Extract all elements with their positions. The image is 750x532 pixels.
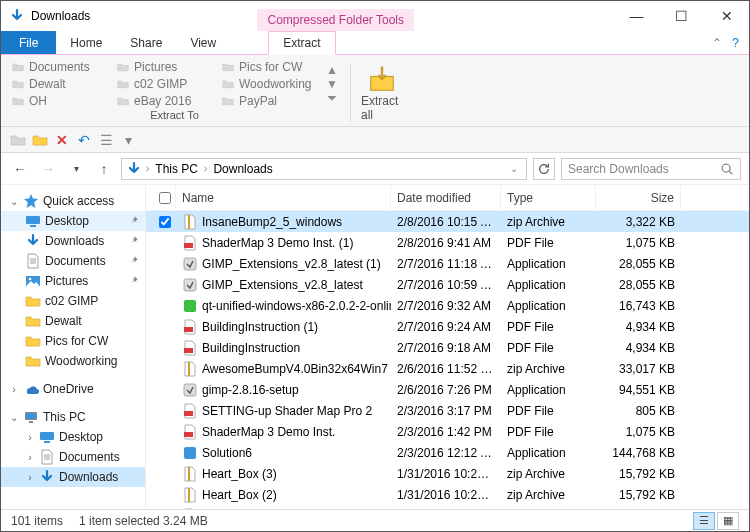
chevron-right-icon[interactable]: › xyxy=(204,163,207,174)
file-row[interactable]: BuildingInstruction (1)2/7/2016 9:24 AMP… xyxy=(146,316,749,337)
extract-all-button[interactable]: Extract all xyxy=(361,59,403,126)
col-checkbox[interactable] xyxy=(154,185,176,210)
search-icon xyxy=(720,162,734,176)
search-placeholder: Search Downloads xyxy=(568,162,669,176)
folder-icon xyxy=(25,313,41,329)
chevron-down-icon[interactable]: ⌄ xyxy=(9,196,19,207)
file-row[interactable]: ShaderMap 3 Demo Inst. (1)2/8/2016 9:41 … xyxy=(146,232,749,253)
folder-icon xyxy=(25,213,41,229)
file-row[interactable]: InsaneBump2_5_windows2/8/2016 10:15 AMzi… xyxy=(146,211,749,232)
file-icon xyxy=(182,214,198,230)
chevron-right-icon[interactable]: › xyxy=(25,472,35,483)
file-icon xyxy=(182,403,198,419)
chevron-right-icon[interactable]: › xyxy=(9,384,19,395)
status-bar: 101 items 1 item selected 3.24 MB ☰ ▦ xyxy=(1,509,749,531)
extract-destination[interactable]: Woodworking xyxy=(219,76,324,92)
sidebar-item[interactable]: Dewalt xyxy=(1,311,145,331)
file-row[interactable]: qt-unified-windows-x86-2.0.2-2-online2/7… xyxy=(146,295,749,316)
qat-undo-icon[interactable]: ↶ xyxy=(75,131,93,149)
nav-history-icon[interactable]: ▾ xyxy=(65,158,87,180)
pin-icon xyxy=(129,215,139,227)
file-row[interactable]: ShaderMap 3 Demo Inst.2/3/2016 1:42 PMPD… xyxy=(146,421,749,442)
sidebar-item[interactable]: Desktop xyxy=(1,211,145,231)
chevron-right-icon[interactable]: › xyxy=(25,452,35,463)
file-row[interactable]: Solution62/3/2016 12:12 AMApplication144… xyxy=(146,442,749,463)
tab-extract[interactable]: Extract xyxy=(268,31,335,55)
file-row[interactable]: Heart_Box (3)1/31/2016 10:27 PMzip Archi… xyxy=(146,463,749,484)
search-input[interactable]: Search Downloads xyxy=(561,158,741,180)
sidebar-item[interactable]: Documents xyxy=(1,251,145,271)
tab-view[interactable]: View xyxy=(176,31,230,54)
extract-destination[interactable]: eBay 2016 xyxy=(114,93,219,109)
file-row[interactable]: Heart_Box (2)1/31/2016 10:27 PMzip Archi… xyxy=(146,484,749,505)
view-details-button[interactable]: ☰ xyxy=(693,512,715,530)
chevron-right-icon[interactable]: › xyxy=(25,432,35,443)
chevron-down-icon[interactable]: ⌄ xyxy=(9,412,19,423)
address-dropdown-icon[interactable]: ⌄ xyxy=(506,163,522,174)
folder-icon xyxy=(221,61,235,73)
file-row[interactable]: BuildingInstruction2/7/2016 9:18 AMPDF F… xyxy=(146,337,749,358)
scroll-up-icon[interactable]: ▲ xyxy=(326,63,338,77)
qat-delete-icon[interactable]: ✕ xyxy=(53,131,71,149)
qat-new-folder-icon[interactable] xyxy=(9,131,27,149)
extract-destination[interactable]: Pictures xyxy=(114,59,219,75)
ribbon-collapse-icon[interactable]: ⌃ xyxy=(712,36,722,50)
sidebar-item[interactable]: Pictures xyxy=(1,271,145,291)
col-size[interactable]: Size xyxy=(596,185,681,210)
col-name[interactable]: Name xyxy=(176,185,391,210)
more-icon[interactable]: ⏷ xyxy=(326,91,338,105)
sidebar-quick-access[interactable]: ⌄ Quick access xyxy=(1,191,145,211)
file-row[interactable]: gimp-2.8.16-setup2/6/2016 7:26 PMApplica… xyxy=(146,379,749,400)
crumb-downloads[interactable]: Downloads xyxy=(211,162,274,176)
address-bar[interactable]: › This PC › Downloads ⌄ xyxy=(121,158,527,180)
help-icon[interactable]: ? xyxy=(732,36,739,50)
view-large-icons-button[interactable]: ▦ xyxy=(717,512,739,530)
extract-destination[interactable]: Dewalt xyxy=(9,76,114,92)
minimize-button[interactable]: — xyxy=(614,1,659,31)
extract-destination[interactable]: Documents xyxy=(9,59,114,75)
file-icon xyxy=(182,361,198,377)
chevron-right-icon[interactable]: › xyxy=(146,163,149,174)
sidebar-item[interactable]: Woodworking xyxy=(1,351,145,371)
qat-folder-icon[interactable] xyxy=(31,131,49,149)
extract-destination[interactable]: c02 GIMP xyxy=(114,76,219,92)
nav-back-icon[interactable]: ← xyxy=(9,158,31,180)
file-row[interactable]: GIMP_Extensions_v2.8_latest2/7/2016 10:5… xyxy=(146,274,749,295)
crumb-this-pc[interactable]: This PC xyxy=(153,162,200,176)
sidebar-item[interactable]: ›Desktop xyxy=(1,427,145,447)
refresh-button[interactable] xyxy=(533,158,555,180)
main-area: ⌄ Quick access DesktopDownloadsDocuments… xyxy=(1,185,749,532)
close-button[interactable]: ✕ xyxy=(704,1,749,31)
scroll-down-icon[interactable]: ▼ xyxy=(326,77,338,91)
nav-up-icon[interactable]: ↑ xyxy=(93,158,115,180)
sidebar-item[interactable]: c02 GIMP xyxy=(1,291,145,311)
col-type[interactable]: Type xyxy=(501,185,596,210)
sidebar-this-pc[interactable]: ⌄ This PC xyxy=(1,407,145,427)
col-date[interactable]: Date modified xyxy=(391,185,501,210)
maximize-button[interactable]: ☐ xyxy=(659,1,704,31)
file-row[interactable]: AwesomeBumpV4.0Bin32x64Win72/6/2016 11:5… xyxy=(146,358,749,379)
tab-home[interactable]: Home xyxy=(56,31,116,54)
folder-icon xyxy=(25,233,41,249)
extract-destination[interactable]: PayPal xyxy=(219,93,324,109)
folder-icon xyxy=(221,78,235,90)
tab-file[interactable]: File xyxy=(1,31,56,54)
sidebar-item[interactable]: Downloads xyxy=(1,231,145,251)
file-row[interactable]: GIMP_Extensions_v2.8_latest (1)2/7/2016 … xyxy=(146,253,749,274)
qat-more-icon[interactable]: ▾ xyxy=(119,131,137,149)
folder-icon xyxy=(39,469,55,485)
tab-share[interactable]: Share xyxy=(116,31,176,54)
nav-forward-icon[interactable]: → xyxy=(37,158,59,180)
sidebar-item[interactable]: Pics for CW xyxy=(1,331,145,351)
extract-destination[interactable]: OH xyxy=(9,93,114,109)
qat-properties-icon[interactable]: ☰ xyxy=(97,131,115,149)
folder-icon xyxy=(221,95,235,107)
row-checkbox[interactable] xyxy=(159,216,171,228)
file-row[interactable]: SETTING-up Shader Map Pro 22/3/2016 3:17… xyxy=(146,400,749,421)
sidebar-label: This PC xyxy=(43,410,86,424)
sidebar-item[interactable]: ›Downloads xyxy=(1,467,145,487)
extract-destination[interactable]: Pics for CW xyxy=(219,59,324,75)
select-all-checkbox[interactable] xyxy=(159,192,171,204)
sidebar-onedrive[interactable]: › OneDrive xyxy=(1,379,145,399)
sidebar-item[interactable]: ›Documents xyxy=(1,447,145,467)
